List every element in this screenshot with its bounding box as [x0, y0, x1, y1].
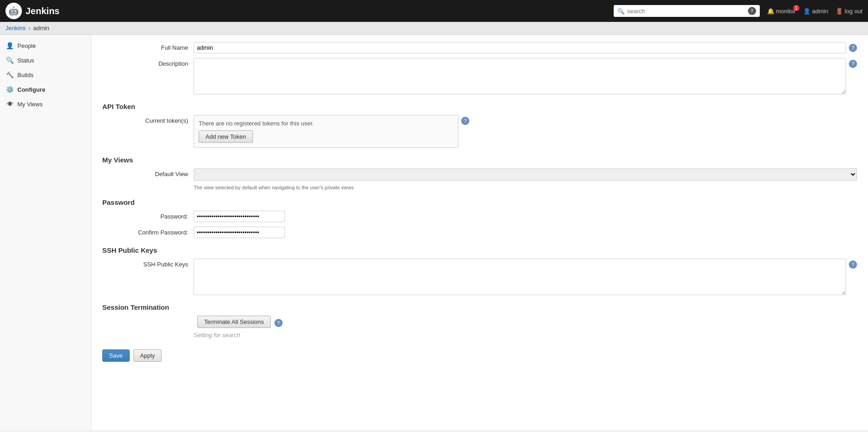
breadcrumb-root[interactable]: Jenkins: [5, 25, 26, 31]
search-input[interactable]: [627, 8, 745, 15]
sidebar-label-status: Status: [17, 57, 34, 64]
full-name-input[interactable]: [194, 42, 846, 53]
default-view-label: Default View: [102, 168, 194, 177]
ssh-section-title: SSH Public Keys: [102, 246, 857, 254]
full-name-help-button[interactable]: ?: [849, 44, 857, 52]
token-box: There are no registered tokens for this …: [194, 115, 458, 148]
default-view-control: The view selected by default when naviga…: [194, 168, 857, 190]
add-new-token-button[interactable]: Add new Token: [199, 130, 253, 143]
password-control: [194, 211, 857, 222]
page-layout: 👤 People 🔍 Status 🔨 Builds ⚙️ Configure …: [0, 35, 868, 430]
admin-link[interactable]: 👤 admin: [803, 8, 828, 15]
full-name-row: Full Name ?: [102, 42, 857, 53]
sidebar-label-builds: Builds: [17, 72, 33, 78]
form-footer: Save Apply: [102, 344, 857, 367]
builds-icon: 🔨: [5, 71, 14, 79]
confirm-password-label: Confirm Password:: [102, 227, 194, 236]
full-name-label: Full Name: [102, 42, 194, 51]
password-label: Password:: [102, 211, 194, 220]
terminate-area: Terminate All Sessions ?: [102, 316, 857, 328]
sidebar-label-configure: Configure: [17, 86, 45, 93]
monitor-badge: 1: [793, 5, 800, 11]
sidebar-item-builds[interactable]: 🔨 Builds: [0, 68, 91, 82]
sidebar: 👤 People 🔍 Status 🔨 Builds ⚙️ Configure …: [0, 35, 91, 430]
admin-label: admin: [812, 8, 828, 15]
jenkins-logo: 🤖: [5, 3, 22, 19]
default-view-hint: The view selected by default when naviga…: [194, 185, 354, 190]
logout-link[interactable]: 🚪 log out: [836, 8, 863, 15]
monitor-label: monitor: [776, 8, 795, 15]
status-icon: 🔍: [5, 56, 14, 64]
full-name-control: ?: [194, 42, 857, 53]
sidebar-label-my-views: My Views: [17, 101, 42, 108]
sidebar-item-status[interactable]: 🔍 Status: [0, 53, 91, 68]
description-control: ?: [194, 58, 857, 94]
logout-icon: 🚪: [836, 8, 843, 15]
monitor-bell[interactable]: 🔔 1 monitor: [767, 8, 796, 15]
ssh-keys-label: SSH Public Keys: [102, 259, 194, 268]
ssh-keys-control: ?: [194, 259, 857, 295]
session-section-title: Session Termination: [102, 303, 857, 311]
sidebar-item-people[interactable]: 👤 People: [0, 38, 91, 53]
brand-link[interactable]: 🤖 Jenkins: [5, 3, 59, 19]
terminate-all-sessions-button[interactable]: Terminate All Sessions: [197, 316, 271, 328]
people-icon: 👤: [5, 42, 14, 50]
breadcrumb: Jenkins › admin: [0, 22, 868, 35]
search-bar: 🔍 ?: [614, 5, 760, 17]
ssh-keys-textarea[interactable]: [194, 259, 846, 295]
save-button[interactable]: Save: [102, 349, 130, 362]
description-textarea[interactable]: [194, 58, 846, 94]
brand-title: Jenkins: [26, 6, 59, 16]
password-input[interactable]: [194, 211, 285, 222]
navbar-actions: 🔔 1 monitor 👤 admin 🚪 log out: [767, 8, 863, 15]
apply-button[interactable]: Apply: [133, 349, 162, 362]
api-token-help-button[interactable]: ?: [461, 117, 469, 125]
terminate-spacer: [102, 321, 194, 323]
sidebar-label-people: People: [17, 42, 36, 49]
session-help-button[interactable]: ?: [274, 319, 283, 327]
sidebar-item-configure[interactable]: ⚙️ Configure: [0, 82, 91, 97]
breadcrumb-separator: ›: [28, 25, 30, 31]
breadcrumb-current: admin: [33, 25, 49, 31]
description-row: Description ?: [102, 58, 857, 94]
password-row: Password:: [102, 211, 857, 222]
api-token-row: Current token(s) There are no registered…: [102, 115, 857, 148]
description-label: Description: [102, 58, 194, 67]
confirm-password-input[interactable]: [194, 227, 285, 238]
my-views-icon: 👁️: [5, 100, 14, 108]
default-view-row: Default View The view selected by defaul…: [102, 168, 857, 190]
password-section-title: Password: [102, 198, 857, 206]
no-tokens-message: There are no registered tokens for this …: [199, 120, 453, 127]
my-views-section-title: My Views: [102, 156, 857, 164]
description-help-button[interactable]: ?: [849, 60, 857, 68]
confirm-password-row: Confirm Password:: [102, 227, 857, 238]
setting-for-search-hint: Setting for search: [194, 332, 857, 338]
current-tokens-control: There are no registered tokens for this …: [194, 115, 857, 148]
search-help-button[interactable]: ?: [748, 7, 756, 15]
sidebar-item-my-views[interactable]: 👁️ My Views: [0, 97, 91, 111]
navbar: 🤖 Jenkins 🔍 ? 🔔 1 monitor 👤 admin 🚪 log …: [0, 0, 868, 22]
configure-icon: ⚙️: [5, 85, 14, 94]
api-token-section-title: API Token: [102, 103, 857, 110]
search-icon: 🔍: [617, 8, 625, 15]
main-content: Full Name ? Description ? API Token Curr…: [91, 35, 868, 430]
default-view-select[interactable]: [194, 168, 857, 181]
ssh-keys-row: SSH Public Keys ?: [102, 259, 857, 295]
current-tokens-label: Current token(s): [102, 115, 194, 124]
confirm-password-control: [194, 227, 857, 238]
ssh-keys-help-button[interactable]: ?: [849, 260, 857, 269]
user-icon: 👤: [803, 8, 810, 15]
logout-label: log out: [845, 8, 863, 15]
